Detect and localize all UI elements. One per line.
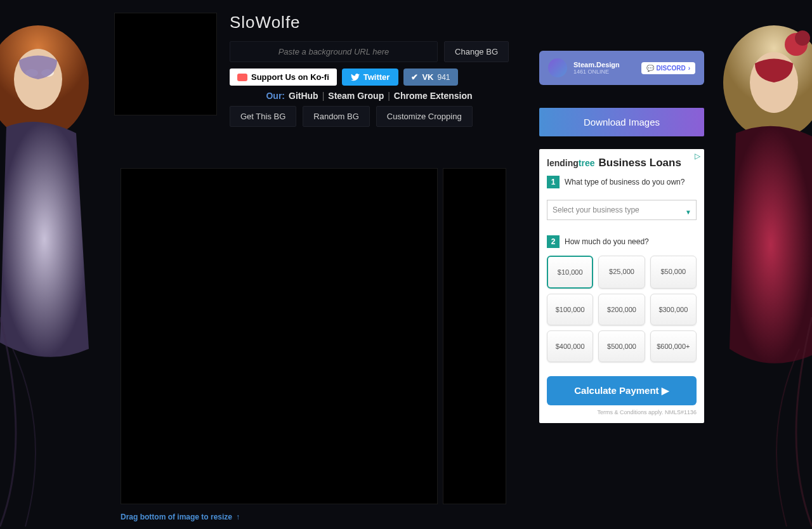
discord-title: Steam.Design <box>573 61 635 69</box>
page-title: SloWolfe <box>230 13 509 32</box>
ad-business-type-select[interactable] <box>547 200 697 220</box>
change-bg-button[interactable]: Change BG <box>444 41 509 62</box>
ad-amount-grid: $10,000 $25,000 $50,000 $100,000 $200,00… <box>547 256 697 362</box>
ad-amount-option[interactable]: $600,000+ <box>650 330 697 362</box>
get-this-bg-button[interactable]: Get This BG <box>230 106 296 127</box>
background-url-input[interactable] <box>230 41 438 62</box>
preview-area <box>121 168 506 504</box>
arrow-up-icon: ↑ <box>236 513 240 521</box>
svg-point-4 <box>723 25 812 140</box>
avatar-preview <box>114 13 217 115</box>
ad-step-1-badge: 1 <box>547 176 560 188</box>
svg-point-7 <box>795 30 810 46</box>
chrome-extension-link[interactable]: Chrome Extension <box>394 91 473 101</box>
ad-step-2-badge: 2 <box>547 235 560 248</box>
discord-badge: 💬 DISCORD › <box>641 62 695 74</box>
ad-amount-option[interactable]: $10,000 <box>547 256 593 289</box>
github-link[interactable]: GitHub <box>289 91 318 101</box>
random-bg-button[interactable]: Random BG <box>303 106 370 127</box>
ad-amount-option[interactable]: $400,000 <box>547 330 593 362</box>
ad-amount-option[interactable]: $50,000 <box>650 256 697 289</box>
ad-info-icon[interactable]: ▷ <box>695 152 700 160</box>
vk-count: 941 <box>437 73 450 82</box>
ad-amount-option[interactable]: $200,000 <box>598 294 645 325</box>
svg-point-1 <box>14 49 62 110</box>
ad-amount-option[interactable]: $300,000 <box>650 294 697 325</box>
ad-step-2-label: How much do you need? <box>565 237 649 246</box>
discord-online-count: 1461 ONLINE <box>573 69 635 75</box>
vk-icon: ✔ <box>411 72 418 82</box>
discord-server-icon <box>548 58 567 77</box>
links-row: Our: GitHub | Steam Group | Chrome Exten… <box>230 91 509 101</box>
ad-amount-option[interactable]: $500,000 <box>598 330 645 362</box>
ad-amount-option[interactable]: $100,000 <box>547 294 593 325</box>
svg-point-3 <box>41 69 54 77</box>
advertisement: ▷ lendingtree Business Loans 1 What type… <box>539 149 704 423</box>
twitter-label: Twitter <box>363 72 390 82</box>
svg-point-2 <box>25 69 38 77</box>
resize-hint: Drag bottom of image to resize ↑ <box>121 513 240 521</box>
ad-title: Business Loans <box>598 157 681 169</box>
ad-logo: lendingtree <box>547 158 594 168</box>
steam-group-link[interactable]: Steam Group <box>328 91 384 101</box>
discord-banner[interactable]: Steam.Design 1461 ONLINE 💬 DISCORD › <box>539 51 704 85</box>
background-art-left <box>0 0 114 529</box>
preview-showcase-small[interactable] <box>443 168 506 504</box>
vk-label: VK <box>422 72 433 82</box>
ad-footer-text: Terms & Conditions apply. NMLS#1136 <box>547 409 697 415</box>
svg-point-6 <box>785 33 808 56</box>
download-images-button[interactable]: Download Images <box>539 108 704 136</box>
svg-point-5 <box>750 52 798 113</box>
ad-amount-option[interactable]: $25,000 <box>598 256 645 289</box>
ad-step-1-label: What type of business do you own? <box>565 178 684 186</box>
customize-cropping-button[interactable]: Customize Cropping <box>376 106 473 127</box>
kofi-label: Support Us on Ko-fi <box>251 72 329 82</box>
play-icon: ▶ <box>662 385 669 396</box>
svg-point-0 <box>0 25 89 140</box>
discord-icon: 💬 <box>646 65 654 72</box>
background-art-right <box>698 0 812 529</box>
kofi-icon <box>237 74 247 81</box>
links-our-label: Our: <box>266 91 285 101</box>
ad-calculate-button[interactable]: Calculate Payment ▶ <box>547 376 697 405</box>
twitter-button[interactable]: Twitter <box>342 69 399 86</box>
vk-button[interactable]: ✔ VK 941 <box>403 69 457 86</box>
kofi-button[interactable]: Support Us on Ko-fi <box>230 69 337 86</box>
twitter-icon <box>351 74 360 81</box>
preview-showcase-large[interactable] <box>121 168 438 504</box>
chevron-right-icon: › <box>688 65 690 72</box>
